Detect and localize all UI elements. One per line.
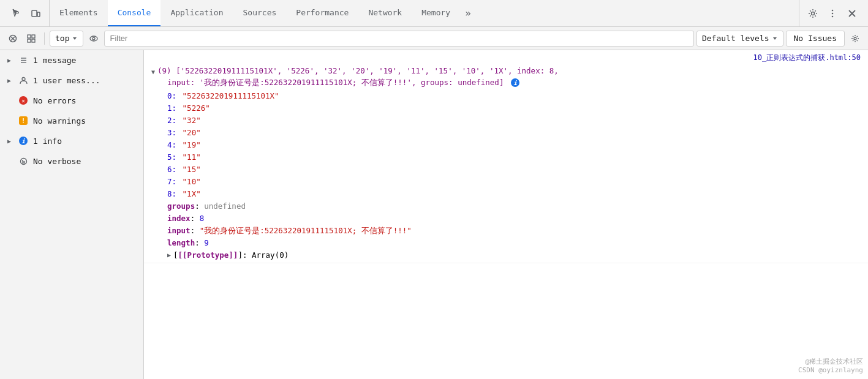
main-area: ▶ 1 message ▶ 1 user mess... ▶ ✕ No erro… [0,50,868,379]
more-tabs-button[interactable]: » [460,0,476,26]
sidebar-item-messages[interactable]: ▶ 1 message [0,50,143,70]
clear-console-icon[interactable] [5,31,21,47]
tree-row[interactable]: 0: "522632201911115101X" [166,90,868,102]
devtools-icons [2,0,50,26]
console-toolbar: top Default levels No Issues [0,27,868,50]
tree-row[interactable]: 1: "5226" [166,102,868,114]
toolbar-separator [44,32,45,45]
expand-icon: ▶ [7,57,13,64]
svg-point-16 [92,37,95,40]
tab-memory[interactable]: Memory [412,0,460,26]
no-issues-button[interactable]: No Issues [786,31,845,47]
svg-rect-0 [32,10,37,17]
tab-console[interactable]: Console [108,0,161,26]
filter-input[interactable] [104,31,693,47]
tabs-container: Elements Console Application Sources Per… [50,0,799,26]
svg-point-4 [832,12,834,14]
expand-icon: ▶ [7,77,13,84]
info-badge-icon: i [511,78,519,87]
svg-rect-13 [28,39,31,42]
tree-row-length[interactable]: length : 9 [166,237,868,249]
console-settings-icon[interactable] [847,31,863,47]
sidebar-label: 1 message [33,56,76,65]
tree-row[interactable]: 8: "1X" [166,188,868,200]
svg-point-5 [832,15,834,17]
tree-row[interactable]: 2: "32" [166,114,868,127]
sidebar-label: No verbose [33,157,81,166]
svg-point-21 [22,77,25,80]
user-icon [18,75,28,85]
tree-row[interactable]: 4: "19" [166,139,868,151]
default-levels-dropdown[interactable]: Default levels [696,31,783,47]
tree-row-prototype[interactable]: ▶ [ [[Prototype]] ] : Array(0) [166,249,868,261]
svg-point-17 [854,37,856,40]
close-icon[interactable] [843,5,861,22]
tab-right-controls [799,0,866,26]
error-icon: ✕ [18,96,28,105]
sidebar-item-user-messages[interactable]: ▶ 1 user mess... [0,70,143,91]
expand-icon: ▶ [7,138,13,144]
eye-icon[interactable] [86,31,102,47]
tree-row-groups[interactable]: groups : undefined [166,200,868,212]
device-icon[interactable] [27,5,44,22]
verbose-icon [18,156,28,166]
cursor-icon[interactable] [7,5,25,22]
tab-network[interactable]: Network [358,0,412,26]
log-text: (9) ['522632201911115101X', '5226', '32'… [157,66,559,89]
sidebar-label: No errors [33,96,76,105]
watermark: @稀土掘金技术社区 CSDN @oyiznlayng [798,357,863,374]
sidebar-item-info[interactable]: ▶ i 1 info [0,131,143,151]
more-options-icon[interactable] [824,5,841,22]
svg-rect-12 [32,35,35,38]
settings-icon[interactable] [804,5,821,22]
tab-application[interactable]: Application [160,0,233,26]
sidebar-item-errors[interactable]: ▶ ✕ No errors [0,91,143,111]
tab-performance[interactable]: Performance [286,0,358,26]
tree-row-input[interactable]: input : "我的身份证号是:522632201911115101X; 不信… [166,225,868,237]
svg-rect-1 [37,12,40,17]
sidebar-label: 1 info [33,137,62,146]
tab-bar: Elements Console Application Sources Per… [0,0,868,27]
tab-sources[interactable]: Sources [233,0,287,26]
file-reference[interactable]: 10_正则表达式的捕获.html:50 [144,50,868,63]
tree-row[interactable]: 6: "15" [166,163,868,176]
collapse-arrow[interactable]: ▼ [151,67,155,77]
sidebar-item-warnings[interactable]: ▶ ! No warnings [0,111,143,131]
svg-point-3 [832,9,834,11]
sidebar-label: No warnings [33,116,86,126]
expand-prototype-icon[interactable]: ▶ [167,250,171,260]
list-icon [18,55,28,65]
svg-rect-14 [32,39,35,42]
execution-context-dropdown[interactable]: top [50,31,83,47]
log-object-tree: 0: "522632201911115101X" 1: "5226" 2: "3… [144,90,868,261]
sidebar-label: 1 user mess... [33,76,100,85]
svg-rect-11 [28,35,31,38]
svg-point-15 [90,36,97,41]
tree-row-index[interactable]: index : 8 [166,212,868,225]
log-entry: ▼ (9) ['522632201911115101X', '5226', '3… [144,63,868,263]
tab-elements[interactable]: Elements [50,0,108,26]
sidebar: ▶ 1 message ▶ 1 user mess... ▶ ✕ No erro… [0,50,144,379]
info-icon: i [18,136,28,146]
sidebar-item-verbose[interactable]: ▶ No verbose [0,151,143,171]
tree-row[interactable]: 3: "20" [166,127,868,139]
tree-row[interactable]: 5: "11" [166,151,868,163]
svg-point-2 [812,12,815,15]
log-main-line[interactable]: ▼ (9) ['522632201911115101X', '5226', '3… [144,64,868,90]
tree-row[interactable]: 7: "10" [166,176,868,188]
console-output[interactable]: 10_正则表达式的捕获.html:50 ▼ (9) ['522632201911… [144,50,868,379]
expand-groups-icon[interactable] [23,31,39,47]
warning-icon: ! [18,116,28,126]
